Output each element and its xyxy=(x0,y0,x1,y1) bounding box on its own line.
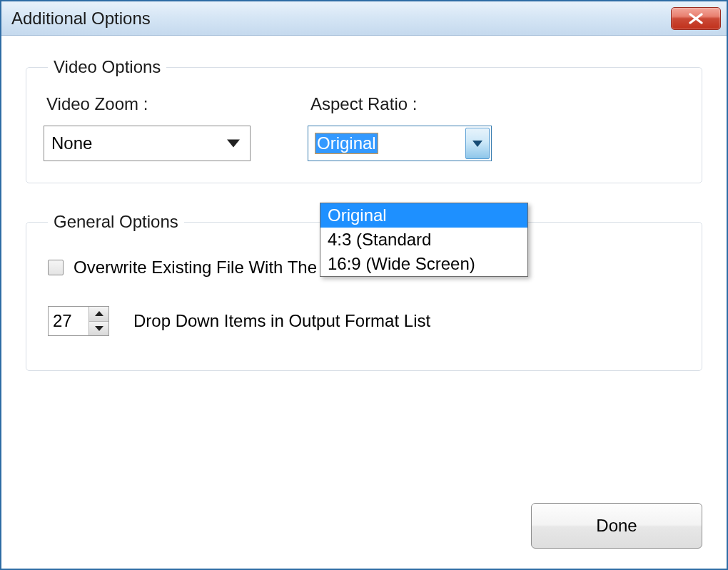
aspect-ratio-combo[interactable]: Original xyxy=(308,126,492,161)
window-title: Additional Options xyxy=(11,9,151,29)
dialog-window: Additional Options Video Options Video Z… xyxy=(0,0,728,570)
dialog-footer: Done xyxy=(531,503,702,549)
close-button[interactable] xyxy=(671,7,721,30)
aspect-ratio-dropdown[interactable]: Original 4:3 (Standard 16:9 (Wide Screen… xyxy=(320,203,528,277)
video-options-group: Video Options Video Zoom : None Aspect R… xyxy=(26,57,702,183)
overwrite-checkbox[interactable] xyxy=(48,260,64,275)
aspect-option-original[interactable]: Original xyxy=(320,203,527,228)
close-icon xyxy=(687,13,704,24)
video-zoom-value: None xyxy=(51,133,92,153)
video-options-legend: Video Options xyxy=(48,57,166,77)
done-button[interactable]: Done xyxy=(531,503,702,549)
dialog-content: Video Options Video Zoom : None Aspect R… xyxy=(1,36,727,569)
aspect-option-4-3[interactable]: 4:3 (Standard xyxy=(320,228,527,252)
dropdown-count-label: Drop Down Items in Output Format List xyxy=(133,311,430,331)
chevron-down-icon xyxy=(95,326,103,331)
chevron-down-icon xyxy=(227,140,240,148)
dropdown-count-row: 27 Drop Down Items in Output Format List xyxy=(48,306,684,336)
spinner-up-button[interactable] xyxy=(89,307,108,321)
done-button-label: Done xyxy=(596,516,637,536)
video-zoom-col: Video Zoom : None xyxy=(44,94,251,161)
aspect-option-16-9[interactable]: 16:9 (Wide Screen) xyxy=(320,252,527,276)
video-zoom-label: Video Zoom : xyxy=(44,94,251,114)
aspect-ratio-col: Aspect Ratio : Original xyxy=(308,94,492,161)
aspect-ratio-value: Original xyxy=(315,133,378,153)
chevron-up-icon xyxy=(95,311,103,316)
aspect-ratio-label: Aspect Ratio : xyxy=(308,94,492,114)
general-options-legend: General Options xyxy=(48,212,184,232)
aspect-ratio-drop-button[interactable] xyxy=(465,128,490,159)
titlebar: Additional Options xyxy=(1,1,727,36)
video-options-row: Video Zoom : None Aspect Ratio : Origina… xyxy=(44,94,684,161)
dropdown-count-spinner[interactable]: 27 xyxy=(48,306,109,336)
spinner-down-button[interactable] xyxy=(89,321,108,336)
video-zoom-combo[interactable]: None xyxy=(44,126,251,161)
dropdown-count-value: 27 xyxy=(49,307,89,335)
chevron-down-icon xyxy=(472,141,482,147)
spinner-arrows xyxy=(89,307,108,335)
